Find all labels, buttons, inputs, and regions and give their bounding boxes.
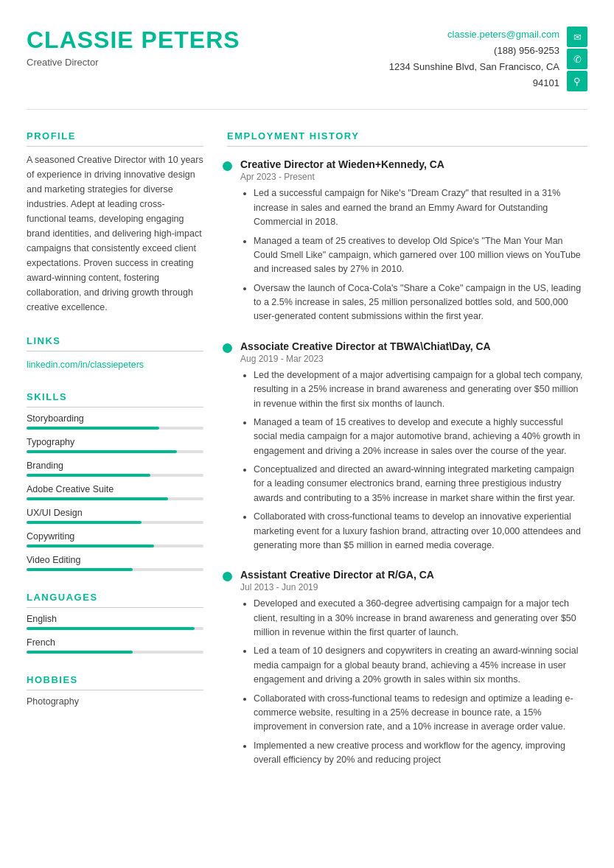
bullet-item: Conceptualized and directed an award-win… [254,463,587,505]
zip-text: 94101 [389,75,559,91]
bullet-item: Developed and executed a 360-degree adve… [254,597,587,640]
skill-name: Branding [27,461,203,471]
hobbies-title: HOBBIES [27,674,203,690]
job-entry: Assistant Creative Director at R/GA, CA … [227,569,587,767]
hobby-item: Photography [27,696,203,707]
skill-name: Typography [27,437,203,447]
language-bar-fill [27,651,133,654]
phone-text: (188) 956-9253 [389,43,559,59]
skill-bar-bg [27,427,203,430]
left-column: PROFILE A seasoned Creative Director wit… [27,130,203,868]
skills-section: SKILLS Storyboarding Typography Branding… [27,391,203,571]
skill-bar-fill [27,521,142,524]
job-bullets: Led a successful campaign for Nike's "Dr… [240,186,587,323]
bullet-item: Oversaw the launch of Coca-Cola's "Share… [254,281,587,324]
skill-name: Copywriting [27,531,203,542]
main-body: PROFILE A seasoned Creative Director wit… [0,130,614,868]
bullet-item: Managed a team of 15 creatives to develo… [254,416,587,458]
skill-name: Video Editing [27,555,203,565]
hobbies-section: HOBBIES Photography [27,674,203,707]
profile-text: A seasoned Creative Director with 10 yea… [27,153,203,315]
resume: CLASSIE PETERS Creative Director classie… [0,0,614,868]
languages-list: English French [27,614,203,654]
job-entry: Creative Director at Wieden+Kennedy, CA … [227,158,587,323]
candidate-job-title: Creative Director [27,57,240,68]
contact-info: classie.peters@gmail.com (188) 956-9253 … [389,27,559,91]
skill-item: UX/UI Design [27,508,203,524]
employment-title: EMPLOYMENT HISTORY [227,130,587,147]
links-section: LINKS linkedin.com/in/classiepeters [27,335,203,371]
address-text: 1234 Sunshine Blvd, San Francisco, CA [389,59,559,75]
skill-item: Branding [27,461,203,477]
job-entry: Associate Creative Director at TBWA\Chia… [227,340,587,553]
skill-item: Adobe Creative Suite [27,484,203,500]
job-dates: Apr 2023 - Present [240,172,587,182]
skill-bar-fill [27,568,133,571]
languages-section: LANGUAGES English French [27,592,203,654]
skill-item: Typography [27,437,203,453]
email-icon: ✉ [567,27,587,47]
skills-title: SKILLS [27,391,203,407]
language-name: French [27,637,203,648]
bullet-item: Collaborated with cross-functional teams… [254,692,587,735]
skill-bar-bg [27,497,203,500]
links-title: LINKS [27,335,203,351]
job-bullets: Developed and executed a 360-degree adve… [240,597,587,767]
job-title-text: Assistant Creative Director at R/GA, CA [240,569,587,581]
bullet-item: Collaborated with cross-functional teams… [254,510,587,553]
location-icon: ⚲ [567,71,587,91]
language-item: French [27,637,203,654]
job-title-text: Associate Creative Director at TBWA\Chia… [240,340,587,352]
languages-title: LANGUAGES [27,592,203,608]
bullet-item: Led a successful campaign for Nike's "Dr… [254,186,587,229]
job-title-text: Creative Director at Wieden+Kennedy, CA [240,158,587,170]
candidate-name: CLASSIE PETERS [27,27,240,54]
skill-bar-fill [27,497,168,500]
header-left: CLASSIE PETERS Creative Director [27,27,240,91]
skill-bar-bg [27,521,203,524]
skill-name: Storyboarding [27,413,203,424]
skill-bar-bg [27,450,203,453]
email-link[interactable]: classie.peters@gmail.com [447,29,559,40]
skills-list: Storyboarding Typography Branding Adobe … [27,413,203,571]
profile-title: PROFILE [27,130,203,147]
language-name: English [27,614,203,624]
right-column: EMPLOYMENT HISTORY Creative Director at … [227,130,587,868]
bullet-item: Managed a team of 25 creatives to develo… [254,234,587,277]
bullet-item: Led a team of 10 designers and copywrite… [254,644,587,687]
language-bar-bg [27,627,203,630]
skill-name: UX/UI Design [27,508,203,518]
skill-bar-bg [27,568,203,571]
header-right: classie.peters@gmail.com (188) 956-9253 … [389,27,587,91]
job-dot [223,161,232,171]
language-bar-bg [27,651,203,654]
job-bullets: Led the development of a major advertisi… [240,368,587,553]
skill-item: Copywriting [27,531,203,547]
jobs-list: Creative Director at Wieden+Kennedy, CA … [227,158,587,767]
job-dot [223,343,232,353]
header-section: CLASSIE PETERS Creative Director classie… [27,0,587,110]
linkedin-link[interactable]: linkedin.com/in/classiepeters [27,360,144,370]
skill-item: Storyboarding [27,413,203,430]
phone-icon: ✆ [567,49,587,69]
job-dot [223,572,232,581]
skill-bar-fill [27,427,159,430]
skill-bar-fill [27,450,177,453]
job-dates: Aug 2019 - Mar 2023 [240,354,587,364]
contact-icons: ✉ ✆ ⚲ [567,27,587,91]
skill-bar-bg [27,474,203,477]
skill-item: Video Editing [27,555,203,571]
language-item: English [27,614,203,630]
bullet-item: Implemented a new creative process and w… [254,739,587,768]
profile-section: PROFILE A seasoned Creative Director wit… [27,130,203,315]
language-bar-fill [27,627,195,630]
skill-bar-fill [27,474,150,477]
skill-name: Adobe Creative Suite [27,484,203,494]
skill-bar-fill [27,545,154,547]
job-dates: Jul 2013 - Jun 2019 [240,582,587,592]
skill-bar-bg [27,545,203,547]
bullet-item: Led the development of a major advertisi… [254,368,587,411]
